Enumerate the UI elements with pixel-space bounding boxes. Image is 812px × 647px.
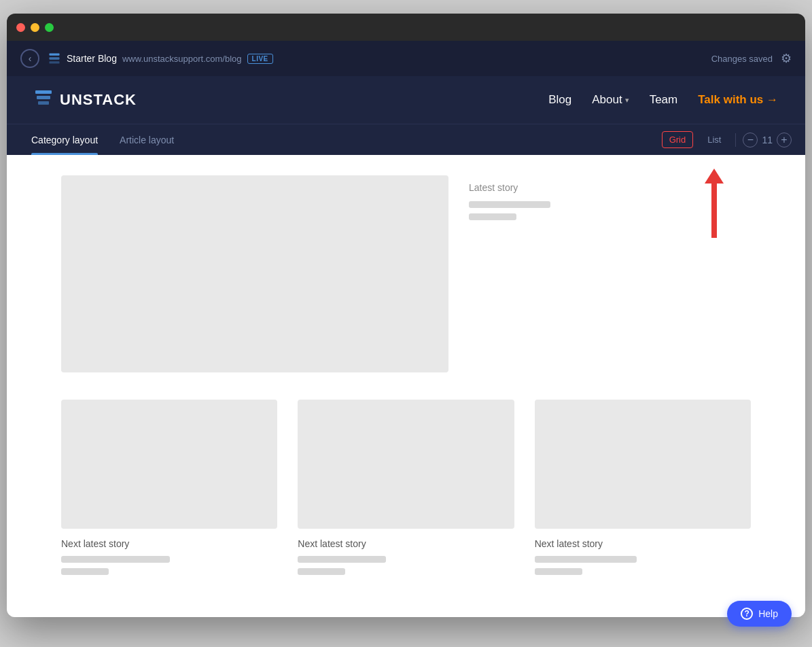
- svg-rect-3: [35, 90, 52, 94]
- tab-category-layout[interactable]: Category layout: [20, 124, 109, 155]
- content-area: Latest story Next latest story Next late…: [7, 155, 805, 617]
- maximize-button[interactable]: [45, 23, 54, 32]
- live-badge: LIVE: [247, 54, 273, 64]
- help-label: Help: [758, 608, 778, 619]
- tabs-left: Category layout Article layout: [20, 124, 185, 155]
- changes-saved-label: Changes saved: [711, 54, 773, 64]
- help-button[interactable]: ? Help: [727, 601, 792, 627]
- toolbar-left: ‹ Starter Blog www.unstacksupport.com/bl…: [20, 49, 273, 68]
- zoom-out-button[interactable]: −: [743, 133, 758, 147]
- nav-link-blog[interactable]: Blog: [548, 93, 571, 107]
- help-icon: ?: [741, 608, 753, 620]
- arrow-annotation: [705, 169, 724, 238]
- editor-toolbar: ‹ Starter Blog www.unstacksupport.com/bl…: [7, 41, 805, 76]
- title-bar: [7, 14, 805, 41]
- arrow-shaft: [711, 183, 717, 238]
- featured-label: Latest story: [469, 182, 550, 193]
- svg-rect-4: [37, 96, 50, 99]
- preview-navbar: UNSTACK Blog About ▾ Team Talk with us →: [7, 76, 805, 124]
- logo-text: UNSTACK: [60, 91, 137, 109]
- logo: UNSTACK: [34, 89, 137, 111]
- back-button[interactable]: ‹: [20, 49, 39, 68]
- skeleton-subtitle-line: [469, 213, 516, 220]
- zoom-level: 11: [762, 135, 773, 145]
- svg-rect-2: [50, 61, 60, 63]
- tab-article-layout[interactable]: Article layout: [109, 124, 185, 155]
- site-info: Starter Blog www.unstacksupport.com/blog…: [48, 52, 273, 65]
- featured-story: Latest story: [61, 175, 751, 372]
- nav-link-about[interactable]: About ▾: [592, 93, 629, 107]
- nav-links: Blog About ▾ Team Talk with us →: [548, 93, 778, 107]
- app-window: ‹ Starter Blog www.unstacksupport.com/bl…: [7, 14, 805, 617]
- logo-icon: [34, 89, 53, 111]
- story-title-2: Next latest story: [298, 538, 514, 549]
- skeleton-3a: [535, 556, 637, 563]
- nav-link-team[interactable]: Team: [650, 93, 678, 107]
- zoom-in-button[interactable]: +: [777, 133, 792, 147]
- svg-rect-1: [50, 57, 60, 59]
- skeleton-1a: [61, 556, 170, 563]
- story-title-1: Next latest story: [61, 538, 277, 549]
- svg-rect-0: [50, 54, 60, 56]
- skeleton-3b: [535, 568, 582, 575]
- grid-view-button[interactable]: Grid: [662, 131, 694, 148]
- story-card-1: Next latest story: [61, 400, 277, 580]
- close-button[interactable]: [16, 23, 25, 32]
- divider: [735, 133, 736, 147]
- skeleton-title-line: [469, 201, 550, 208]
- skeleton-2a: [298, 556, 386, 563]
- toolbar-right: Changes saved ⚙: [711, 51, 792, 66]
- story-card-3: Next latest story: [535, 400, 751, 580]
- site-icon: [48, 52, 61, 65]
- tabs-right: Grid List − 11 +: [662, 131, 792, 148]
- nav-link-talk[interactable]: Talk with us →: [698, 93, 778, 107]
- featured-image: [61, 175, 448, 372]
- skeleton-2b: [298, 568, 345, 575]
- story-thumbnail-3: [535, 400, 751, 529]
- zoom-controls: − 11 +: [743, 133, 792, 147]
- arrow-head: [705, 169, 724, 183]
- settings-icon[interactable]: ⚙: [781, 51, 792, 66]
- story-thumbnail-2: [298, 400, 514, 529]
- skeleton-1b: [61, 568, 109, 575]
- story-title-3: Next latest story: [535, 538, 751, 549]
- list-view-button[interactable]: List: [700, 131, 728, 148]
- site-name: Starter Blog: [67, 53, 117, 64]
- featured-meta: Latest story: [469, 175, 550, 372]
- tabs-bar: Category layout Article layout Grid List…: [7, 124, 805, 155]
- site-url: www.unstacksupport.com/blog: [122, 54, 242, 64]
- svg-rect-5: [38, 101, 49, 105]
- story-thumbnail-1: [61, 400, 277, 529]
- grid-stories: Next latest story Next latest story Next…: [61, 400, 751, 580]
- minimize-button[interactable]: [31, 23, 39, 32]
- chevron-down-icon: ▾: [625, 96, 629, 105]
- story-card-2: Next latest story: [298, 400, 514, 580]
